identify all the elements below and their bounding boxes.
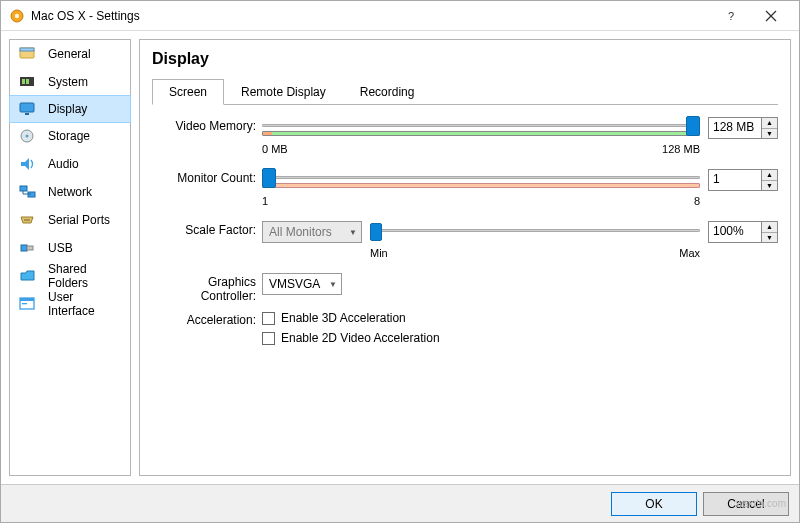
video-memory-slider[interactable]: [262, 117, 700, 135]
enable-3d-label: Enable 3D Acceleration: [281, 311, 406, 325]
user-interface-icon: [18, 295, 38, 313]
scale-factor-spinner[interactable]: ▲▼: [762, 221, 778, 243]
svg-rect-22: [21, 245, 27, 251]
acceleration-label: Acceleration:: [152, 311, 262, 327]
sidebar-item-label: USB: [48, 241, 73, 255]
sidebar-item-display[interactable]: Display: [9, 95, 131, 123]
scale-factor-slider[interactable]: [370, 221, 700, 239]
sidebar-item-user-interface[interactable]: User Interface: [10, 290, 130, 318]
sidebar-item-label: Network: [48, 185, 92, 199]
svg-point-21: [28, 219, 30, 221]
serial-ports-icon: [18, 211, 38, 229]
chevron-down-icon: ▼: [329, 280, 337, 289]
video-memory-max: 128 MB: [662, 143, 700, 155]
svg-rect-8: [22, 79, 25, 84]
svg-rect-11: [25, 113, 29, 115]
sidebar-item-storage[interactable]: Storage: [10, 122, 130, 150]
sidebar-item-general[interactable]: General: [10, 40, 130, 68]
tab-remote-display[interactable]: Remote Display: [224, 79, 343, 105]
monitor-count-min: 1: [262, 195, 268, 207]
monitor-count-spinner[interactable]: ▲▼: [762, 169, 778, 191]
sidebar-item-label: Shared Folders: [48, 262, 122, 290]
video-memory-min: 0 MB: [262, 143, 288, 155]
sidebar-item-label: Storage: [48, 129, 90, 143]
sidebar-item-label: User Interface: [48, 290, 122, 318]
enable-3d-checkbox[interactable]: [262, 312, 275, 325]
dialog-footer: OK Cancel: [1, 484, 799, 522]
svg-rect-26: [22, 303, 27, 304]
svg-rect-23: [27, 246, 33, 250]
enable-2d-checkbox[interactable]: [262, 332, 275, 345]
sidebar-item-network[interactable]: Network: [10, 178, 130, 206]
page-title: Display: [152, 50, 778, 68]
svg-rect-6: [20, 48, 34, 51]
sidebar-item-shared-folders[interactable]: Shared Folders: [10, 262, 130, 290]
sidebar-item-system[interactable]: System: [10, 68, 130, 96]
tab-screen[interactable]: Screen: [152, 79, 224, 105]
graphics-controller-label: Graphics Controller:: [152, 273, 262, 303]
app-icon: [9, 8, 25, 24]
monitor-count-label: Monitor Count:: [152, 169, 262, 185]
category-sidebar: General System Display Storage Audio Net…: [9, 39, 131, 476]
general-icon: [18, 45, 38, 63]
svg-point-1: [15, 13, 19, 17]
svg-rect-15: [20, 186, 27, 191]
monitor-count-slider[interactable]: [262, 169, 700, 187]
chevron-down-icon: ▼: [349, 228, 357, 237]
svg-point-13: [26, 135, 29, 138]
video-memory-input[interactable]: 128 MB: [708, 117, 762, 139]
display-icon: [18, 100, 38, 118]
scale-factor-min: Min: [370, 247, 388, 259]
video-memory-spinner[interactable]: ▲▼: [762, 117, 778, 139]
watermark: wsxdn.com: [736, 498, 786, 509]
sidebar-item-label: Display: [48, 102, 87, 116]
sidebar-item-audio[interactable]: Audio: [10, 150, 130, 178]
shared-folders-icon: [18, 267, 38, 285]
sidebar-item-usb[interactable]: USB: [10, 234, 130, 262]
sidebar-item-label: System: [48, 75, 88, 89]
tab-bar: Screen Remote Display Recording: [152, 78, 778, 105]
monitor-count-input[interactable]: 1: [708, 169, 762, 191]
tab-recording[interactable]: Recording: [343, 79, 432, 105]
svg-rect-9: [26, 79, 29, 84]
storage-icon: [18, 127, 38, 145]
graphics-controller-combo[interactable]: VMSVGA ▼: [262, 273, 342, 295]
window-title: Mac OS X - Settings: [31, 9, 140, 23]
svg-text:?: ?: [728, 10, 734, 22]
close-button[interactable]: [751, 2, 791, 30]
svg-marker-14: [21, 158, 29, 170]
settings-window: Mac OS X - Settings ? General System Dis…: [0, 0, 800, 523]
svg-point-20: [26, 219, 28, 221]
sidebar-item-label: Serial Ports: [48, 213, 110, 227]
svg-rect-10: [20, 103, 34, 112]
ok-button[interactable]: OK: [611, 492, 697, 516]
sidebar-item-label: Audio: [48, 157, 79, 171]
monitor-count-max: 8: [694, 195, 700, 207]
video-memory-label: Video Memory:: [152, 117, 262, 133]
scale-factor-label: Scale Factor:: [152, 221, 262, 237]
svg-rect-25: [20, 298, 34, 301]
scale-factor-max: Max: [679, 247, 700, 259]
sidebar-item-serial-ports[interactable]: Serial Ports: [10, 206, 130, 234]
main-panel: Display Screen Remote Display Recording …: [139, 39, 791, 476]
sidebar-item-label: General: [48, 47, 91, 61]
svg-point-19: [24, 219, 26, 221]
help-button[interactable]: ?: [711, 2, 751, 30]
audio-icon: [18, 155, 38, 173]
usb-icon: [18, 239, 38, 257]
scale-factor-scope-combo[interactable]: All Monitors ▼: [262, 221, 362, 243]
scale-factor-input[interactable]: 100%: [708, 221, 762, 243]
enable-2d-label: Enable 2D Video Acceleration: [281, 331, 440, 345]
system-icon: [18, 73, 38, 91]
network-icon: [18, 183, 38, 201]
titlebar: Mac OS X - Settings ?: [1, 1, 799, 31]
